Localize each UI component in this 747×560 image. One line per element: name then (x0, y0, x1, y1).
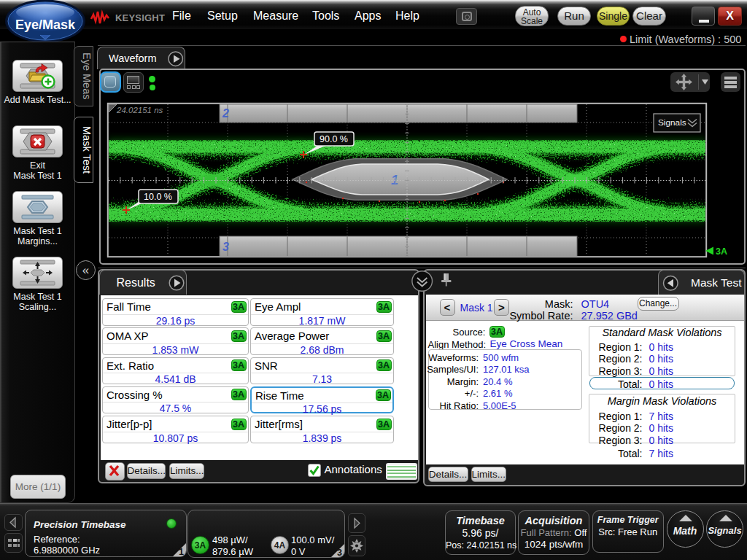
svg-text:90.0 %: 90.0 % (320, 134, 348, 144)
svg-text:3: 3 (222, 241, 229, 253)
svg-text:24.02151 ns: 24.02151 ns (116, 106, 163, 114)
svg-text:3A: 3A (716, 246, 727, 257)
svg-text:2: 2 (222, 107, 229, 120)
svg-text:Signals: Signals (658, 117, 686, 128)
svg-text:Eye/Mask: Eye/Mask (15, 18, 76, 32)
svg-text:10.0 %: 10.0 % (144, 192, 172, 202)
svg-text:KEYSIGHT: KEYSIGHT (115, 12, 165, 23)
